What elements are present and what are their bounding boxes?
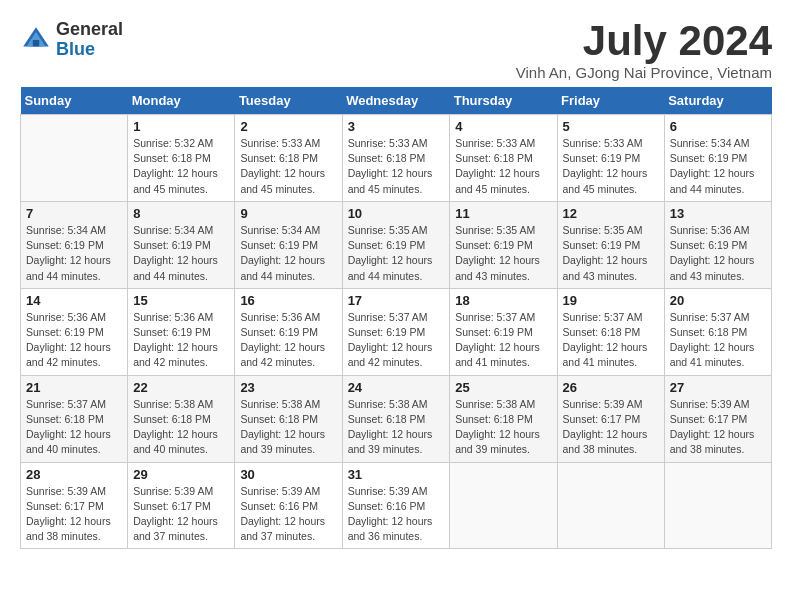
weekday-header-saturday: Saturday xyxy=(664,87,771,115)
day-number: 19 xyxy=(563,293,659,308)
day-number: 5 xyxy=(563,119,659,134)
calendar-cell: 5Sunrise: 5:33 AM Sunset: 6:19 PM Daylig… xyxy=(557,115,664,202)
calendar-cell: 11Sunrise: 5:35 AM Sunset: 6:19 PM Dayli… xyxy=(450,201,557,288)
day-detail: Sunrise: 5:35 AM Sunset: 6:19 PM Dayligh… xyxy=(563,223,659,284)
day-number: 8 xyxy=(133,206,229,221)
day-detail: Sunrise: 5:39 AM Sunset: 6:16 PM Dayligh… xyxy=(240,484,336,545)
day-detail: Sunrise: 5:39 AM Sunset: 6:16 PM Dayligh… xyxy=(348,484,445,545)
weekday-header-row: SundayMondayTuesdayWednesdayThursdayFrid… xyxy=(21,87,772,115)
day-number: 3 xyxy=(348,119,445,134)
day-number: 4 xyxy=(455,119,551,134)
day-detail: Sunrise: 5:35 AM Sunset: 6:19 PM Dayligh… xyxy=(455,223,551,284)
day-detail: Sunrise: 5:33 AM Sunset: 6:18 PM Dayligh… xyxy=(240,136,336,197)
day-number: 9 xyxy=(240,206,336,221)
calendar-cell xyxy=(557,462,664,549)
day-number: 22 xyxy=(133,380,229,395)
calendar-cell: 3Sunrise: 5:33 AM Sunset: 6:18 PM Daylig… xyxy=(342,115,450,202)
calendar-cell: 8Sunrise: 5:34 AM Sunset: 6:19 PM Daylig… xyxy=(128,201,235,288)
day-detail: Sunrise: 5:37 AM Sunset: 6:19 PM Dayligh… xyxy=(455,310,551,371)
day-number: 18 xyxy=(455,293,551,308)
day-detail: Sunrise: 5:34 AM Sunset: 6:19 PM Dayligh… xyxy=(26,223,122,284)
calendar-cell: 20Sunrise: 5:37 AM Sunset: 6:18 PM Dayli… xyxy=(664,288,771,375)
day-detail: Sunrise: 5:36 AM Sunset: 6:19 PM Dayligh… xyxy=(670,223,766,284)
day-detail: Sunrise: 5:38 AM Sunset: 6:18 PM Dayligh… xyxy=(348,397,445,458)
page-header: General Blue July 2024 Vinh An, GJong Na… xyxy=(20,20,772,81)
day-number: 10 xyxy=(348,206,445,221)
day-number: 1 xyxy=(133,119,229,134)
weekday-header-wednesday: Wednesday xyxy=(342,87,450,115)
day-detail: Sunrise: 5:36 AM Sunset: 6:19 PM Dayligh… xyxy=(26,310,122,371)
day-detail: Sunrise: 5:33 AM Sunset: 6:18 PM Dayligh… xyxy=(455,136,551,197)
calendar-cell: 23Sunrise: 5:38 AM Sunset: 6:18 PM Dayli… xyxy=(235,375,342,462)
day-number: 12 xyxy=(563,206,659,221)
day-number: 13 xyxy=(670,206,766,221)
weekday-header-thursday: Thursday xyxy=(450,87,557,115)
day-detail: Sunrise: 5:37 AM Sunset: 6:18 PM Dayligh… xyxy=(26,397,122,458)
weekday-header-tuesday: Tuesday xyxy=(235,87,342,115)
month-title: July 2024 xyxy=(516,20,772,62)
day-number: 31 xyxy=(348,467,445,482)
calendar-cell: 12Sunrise: 5:35 AM Sunset: 6:19 PM Dayli… xyxy=(557,201,664,288)
day-number: 2 xyxy=(240,119,336,134)
calendar-cell: 28Sunrise: 5:39 AM Sunset: 6:17 PM Dayli… xyxy=(21,462,128,549)
calendar-week-3: 14Sunrise: 5:36 AM Sunset: 6:19 PM Dayli… xyxy=(21,288,772,375)
calendar-cell xyxy=(664,462,771,549)
calendar-cell: 31Sunrise: 5:39 AM Sunset: 6:16 PM Dayli… xyxy=(342,462,450,549)
logo-icon xyxy=(20,24,52,56)
day-detail: Sunrise: 5:36 AM Sunset: 6:19 PM Dayligh… xyxy=(133,310,229,371)
day-detail: Sunrise: 5:39 AM Sunset: 6:17 PM Dayligh… xyxy=(133,484,229,545)
day-detail: Sunrise: 5:38 AM Sunset: 6:18 PM Dayligh… xyxy=(455,397,551,458)
title-block: July 2024 Vinh An, GJong Nai Province, V… xyxy=(516,20,772,81)
calendar-week-1: 1Sunrise: 5:32 AM Sunset: 6:18 PM Daylig… xyxy=(21,115,772,202)
logo-blue: Blue xyxy=(56,40,123,60)
calendar-cell xyxy=(450,462,557,549)
day-detail: Sunrise: 5:36 AM Sunset: 6:19 PM Dayligh… xyxy=(240,310,336,371)
day-detail: Sunrise: 5:38 AM Sunset: 6:18 PM Dayligh… xyxy=(240,397,336,458)
day-detail: Sunrise: 5:37 AM Sunset: 6:18 PM Dayligh… xyxy=(670,310,766,371)
day-detail: Sunrise: 5:38 AM Sunset: 6:18 PM Dayligh… xyxy=(133,397,229,458)
calendar-cell: 7Sunrise: 5:34 AM Sunset: 6:19 PM Daylig… xyxy=(21,201,128,288)
day-number: 28 xyxy=(26,467,122,482)
day-detail: Sunrise: 5:37 AM Sunset: 6:19 PM Dayligh… xyxy=(348,310,445,371)
calendar-cell: 19Sunrise: 5:37 AM Sunset: 6:18 PM Dayli… xyxy=(557,288,664,375)
calendar-cell: 25Sunrise: 5:38 AM Sunset: 6:18 PM Dayli… xyxy=(450,375,557,462)
calendar-cell: 21Sunrise: 5:37 AM Sunset: 6:18 PM Dayli… xyxy=(21,375,128,462)
day-number: 17 xyxy=(348,293,445,308)
day-detail: Sunrise: 5:33 AM Sunset: 6:19 PM Dayligh… xyxy=(563,136,659,197)
day-detail: Sunrise: 5:39 AM Sunset: 6:17 PM Dayligh… xyxy=(26,484,122,545)
calendar-cell: 15Sunrise: 5:36 AM Sunset: 6:19 PM Dayli… xyxy=(128,288,235,375)
day-detail: Sunrise: 5:37 AM Sunset: 6:18 PM Dayligh… xyxy=(563,310,659,371)
calendar-cell: 18Sunrise: 5:37 AM Sunset: 6:19 PM Dayli… xyxy=(450,288,557,375)
calendar-cell: 6Sunrise: 5:34 AM Sunset: 6:19 PM Daylig… xyxy=(664,115,771,202)
calendar-week-4: 21Sunrise: 5:37 AM Sunset: 6:18 PM Dayli… xyxy=(21,375,772,462)
day-number: 29 xyxy=(133,467,229,482)
day-number: 11 xyxy=(455,206,551,221)
calendar-cell: 27Sunrise: 5:39 AM Sunset: 6:17 PM Dayli… xyxy=(664,375,771,462)
calendar-cell: 24Sunrise: 5:38 AM Sunset: 6:18 PM Dayli… xyxy=(342,375,450,462)
day-number: 14 xyxy=(26,293,122,308)
location: Vinh An, GJong Nai Province, Vietnam xyxy=(516,64,772,81)
day-number: 16 xyxy=(240,293,336,308)
calendar-cell: 29Sunrise: 5:39 AM Sunset: 6:17 PM Dayli… xyxy=(128,462,235,549)
day-number: 20 xyxy=(670,293,766,308)
weekday-header-sunday: Sunday xyxy=(21,87,128,115)
day-detail: Sunrise: 5:39 AM Sunset: 6:17 PM Dayligh… xyxy=(670,397,766,458)
calendar-cell: 16Sunrise: 5:36 AM Sunset: 6:19 PM Dayli… xyxy=(235,288,342,375)
day-number: 23 xyxy=(240,380,336,395)
calendar-cell: 2Sunrise: 5:33 AM Sunset: 6:18 PM Daylig… xyxy=(235,115,342,202)
logo: General Blue xyxy=(20,20,123,60)
calendar-table: SundayMondayTuesdayWednesdayThursdayFrid… xyxy=(20,87,772,549)
calendar-cell xyxy=(21,115,128,202)
day-detail: Sunrise: 5:32 AM Sunset: 6:18 PM Dayligh… xyxy=(133,136,229,197)
calendar-cell: 22Sunrise: 5:38 AM Sunset: 6:18 PM Dayli… xyxy=(128,375,235,462)
calendar-cell: 14Sunrise: 5:36 AM Sunset: 6:19 PM Dayli… xyxy=(21,288,128,375)
calendar-cell: 13Sunrise: 5:36 AM Sunset: 6:19 PM Dayli… xyxy=(664,201,771,288)
day-number: 27 xyxy=(670,380,766,395)
day-detail: Sunrise: 5:35 AM Sunset: 6:19 PM Dayligh… xyxy=(348,223,445,284)
day-number: 25 xyxy=(455,380,551,395)
day-number: 15 xyxy=(133,293,229,308)
calendar-week-5: 28Sunrise: 5:39 AM Sunset: 6:17 PM Dayli… xyxy=(21,462,772,549)
calendar-cell: 17Sunrise: 5:37 AM Sunset: 6:19 PM Dayli… xyxy=(342,288,450,375)
logo-text: General Blue xyxy=(56,20,123,60)
svg-rect-2 xyxy=(33,40,39,46)
